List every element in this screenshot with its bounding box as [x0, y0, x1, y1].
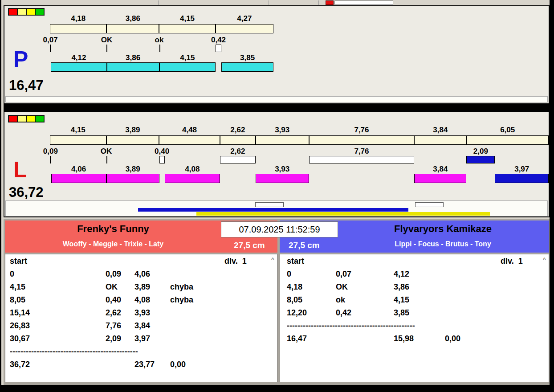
table-cell: 3,93	[134, 308, 150, 318]
table-cell: 15,14	[10, 308, 30, 318]
table-row: 12,200,423,85	[280, 308, 549, 321]
application-window: 4,183,864,154,270,07OKok0,424,123,864,15…	[0, 0, 554, 392]
turn-tick	[50, 156, 51, 163]
turn-tick	[159, 45, 160, 52]
table-row: startdiv. 1	[280, 257, 549, 270]
table-cell: ok	[336, 295, 345, 305]
lane-letter-p: P	[13, 48, 28, 70]
table-row: ----------------------------------------…	[5, 347, 277, 360]
table-cell: 4,12	[394, 270, 409, 279]
lane-panel-p: 4,183,864,154,270,07OKok0,424,123,864,15…	[4, 5, 550, 104]
split-bar-segment	[466, 135, 549, 145]
run-bar-segment	[106, 174, 159, 183]
total-cell: 23,77	[134, 360, 155, 369]
run-time-label: 3,89	[126, 165, 140, 174]
split-bar-segment	[106, 135, 159, 145]
team-right-jump-height: 27,5 cm	[289, 241, 320, 250]
toolbar-divider	[251, 0, 251, 5]
table-cell: 4,18	[287, 282, 302, 292]
scroll-up-icon[interactable]: ^	[271, 256, 274, 263]
split-time-label: 3,86	[126, 14, 140, 23]
division-label: div. 1	[501, 257, 523, 266]
table-cell: OK	[336, 282, 348, 292]
split-bar-segment	[309, 135, 415, 145]
start-label: start	[287, 257, 304, 266]
team-right-results-list[interactable]: ^ startdiv. 100,074,124,18OK3,868,05ok4,…	[280, 254, 549, 382]
toolbar-field-fragment	[334, 0, 393, 5]
table-cell: 4,08	[134, 295, 150, 305]
run-time-label: 3,97	[514, 165, 529, 174]
table-row: 15,142,623,93	[5, 308, 277, 321]
lane-p-total-time: 16,47	[9, 78, 44, 92]
table-row: startdiv. 1	[5, 257, 277, 270]
split-bar-segment	[50, 135, 106, 145]
run-bar-segment	[159, 62, 216, 72]
team-right-dogs: Lippi - Focus - Brutus - Tony	[337, 240, 549, 248]
split-bar-segment	[216, 24, 273, 33]
turn-time-label: 2,09	[473, 147, 488, 156]
toolbar-remnant	[1, 0, 550, 5]
run-time-label: 4,08	[185, 165, 200, 174]
team-left-results-list[interactable]: ^ startdiv. 100,094,064,15OK3,89chyba8,0…	[5, 254, 277, 382]
run-time-label: 3,86	[126, 53, 140, 62]
table-cell: 4,06	[134, 270, 150, 279]
division-label: div. 1	[224, 257, 247, 266]
table-cell: 12,20	[287, 308, 307, 318]
toolbar-divider	[308, 0, 308, 5]
progress-marker-box	[415, 202, 444, 207]
run-time-label: 3,93	[275, 165, 289, 174]
split-time-label: 4,15	[71, 126, 86, 135]
toolbar-divider	[269, 0, 269, 5]
run-bar-segment	[221, 62, 273, 72]
split-time-label: 3,84	[433, 126, 448, 135]
window-edge-left	[0, 0, 1, 392]
start-label: start	[10, 257, 27, 266]
turn-time-label: ok	[155, 36, 164, 45]
turn-time-label: 0,09	[43, 147, 58, 156]
split-time-label: 4,48	[182, 126, 197, 135]
run-time-label: 4,06	[71, 165, 86, 174]
split-bar-segment	[414, 135, 466, 145]
bottom-black-bar	[0, 385, 554, 392]
table-row: 00,074,12	[280, 270, 549, 282]
panel-separator	[4, 104, 550, 111]
table-cell: 0	[10, 270, 14, 279]
table-cell: 4,15	[394, 295, 409, 305]
lane-p-bars: 4,183,864,154,270,07OKok0,424,123,864,15…	[4, 6, 549, 103]
table-cell: 0,07	[336, 270, 351, 279]
toolbar-divider	[158, 0, 159, 5]
split-time-label: 4,27	[237, 14, 252, 23]
split-bar-segment	[159, 135, 220, 145]
table-cell: 3,86	[394, 282, 409, 292]
table-cell: 3,84	[134, 321, 150, 331]
table-cell: 26,83	[10, 321, 30, 331]
table-cell: chyba	[170, 282, 193, 292]
lane-panel-l: 4,153,894,482,623,937,763,846,050,09OK0,…	[4, 111, 550, 217]
table-row: 8,05ok4,15	[280, 295, 549, 308]
toolbar-red-button[interactable]	[326, 0, 334, 5]
team-left-dogs: Wooffy - Meggie - Trixie - Laty	[5, 240, 221, 248]
table-cell: OK	[106, 282, 118, 292]
table-cell: 7,76	[106, 321, 121, 331]
toolbar-divider	[318, 0, 319, 5]
table-cell: 0,42	[336, 308, 351, 318]
split-bar-segment	[106, 24, 159, 33]
split-time-label: 4,15	[180, 14, 195, 23]
turn-box	[466, 156, 495, 163]
table-row: 26,837,763,84	[5, 321, 277, 334]
scroll-up-icon[interactable]: ^	[542, 256, 546, 263]
run-time-label: 4,15	[180, 53, 195, 62]
split-bar-segment	[220, 135, 256, 145]
table-cell: 2,62	[106, 308, 121, 318]
table-row: 36,7223,770,00	[5, 360, 277, 373]
table-cell: 8,05	[287, 295, 302, 305]
table-cell: 0	[287, 270, 291, 279]
run-time-label: 4,12	[71, 53, 86, 62]
turn-box	[159, 156, 165, 163]
run-time-label: 3,85	[240, 53, 255, 62]
turn-time-label: OK	[101, 36, 113, 45]
run-bar-segment	[414, 174, 466, 183]
timestamp: 07.09.2025 11:52:59	[221, 221, 338, 237]
turn-box	[216, 45, 221, 52]
split-bar-segment	[256, 135, 309, 145]
